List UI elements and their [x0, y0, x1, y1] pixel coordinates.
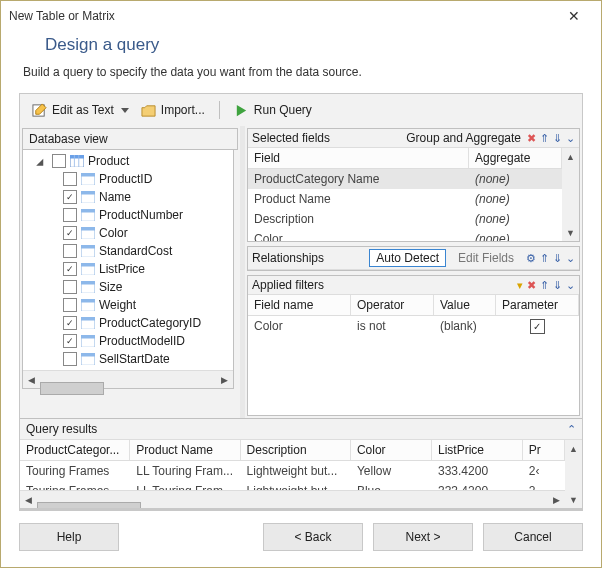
selected-fields-vscroll[interactable]: ▲ ▼ — [562, 148, 579, 241]
selected-field-row[interactable]: Product Name(none) — [248, 189, 562, 209]
field-checkbox[interactable] — [63, 334, 77, 348]
database-tree[interactable]: Product ProductIDNameProductNumberColorS… — [23, 150, 233, 370]
field-checkbox[interactable] — [63, 244, 77, 258]
filters-heading: Applied filters — [252, 278, 324, 292]
field-checkbox[interactable] — [63, 226, 77, 240]
results-row[interactable]: Touring FramesLL Touring Fram...Lightwei… — [20, 461, 565, 481]
cell-parameter[interactable] — [496, 316, 579, 337]
results-col-header[interactable]: ProductCategor... — [20, 440, 130, 460]
field-label: Weight — [99, 298, 136, 312]
column-icon — [81, 209, 95, 221]
tree-field-node[interactable]: Color — [23, 224, 233, 242]
back-button[interactable]: < Back — [263, 523, 363, 551]
svg-rect-26 — [81, 353, 95, 357]
tree-field-node[interactable]: SellStartDate — [23, 350, 233, 368]
filter-remove-icon[interactable]: ✖ — [527, 279, 536, 292]
filter-collapse-icon[interactable]: ⌄ — [566, 279, 575, 292]
svg-rect-24 — [81, 335, 95, 339]
filter-down-icon[interactable]: ⇓ — [553, 279, 562, 292]
move-down-icon[interactable]: ⇓ — [553, 132, 562, 145]
results-col-header[interactable]: Product Name — [130, 440, 240, 460]
filter-up-icon[interactable]: ⇑ — [540, 279, 549, 292]
selected-fields-grid[interactable]: ProductCategory Name(none)Product Name(n… — [248, 169, 562, 241]
field-checkbox[interactable] — [63, 298, 77, 312]
col-parameter[interactable]: Parameter — [496, 295, 579, 315]
results-vscroll[interactable]: ▲ ▼ — [565, 440, 582, 508]
cancel-button[interactable]: Cancel — [483, 523, 583, 551]
col-aggregate[interactable]: Aggregate — [469, 148, 562, 168]
results-col-header[interactable]: ListPrice — [432, 440, 523, 460]
field-checkbox[interactable] — [63, 280, 77, 294]
col-operator[interactable]: Operator — [351, 295, 434, 315]
results-collapse-icon[interactable]: ⌃ — [567, 423, 576, 436]
field-checkbox[interactable] — [63, 208, 77, 222]
scroll-down-icon[interactable]: ▼ — [562, 224, 579, 241]
filters-grid[interactable]: Coloris not(blank) — [248, 316, 579, 337]
col-field-name[interactable]: Field name — [248, 295, 351, 315]
results-hscrollbar[interactable]: ◀ ▶ — [20, 490, 565, 508]
scroll-right-icon[interactable]: ▶ — [548, 491, 565, 508]
column-icon — [81, 245, 95, 257]
field-checkbox[interactable] — [63, 352, 77, 366]
col-value[interactable]: Value — [434, 295, 496, 315]
table-checkbox[interactable] — [52, 154, 66, 168]
vertical-splitter[interactable] — [240, 126, 245, 418]
help-button[interactable]: Help — [19, 523, 119, 551]
svg-rect-10 — [81, 209, 95, 213]
scroll-up-icon[interactable]: ▲ — [565, 440, 582, 457]
field-checkbox[interactable] — [63, 190, 77, 204]
scroll-down-icon[interactable]: ▼ — [565, 491, 582, 508]
import-button[interactable]: Import... — [137, 100, 209, 120]
tree-field-node[interactable]: ProductModelID — [23, 332, 233, 350]
close-icon: ✕ — [568, 8, 580, 24]
tree-field-node[interactable]: ListPrice — [23, 260, 233, 278]
tree-field-node[interactable]: ProductNumber — [23, 206, 233, 224]
query-results-grid[interactable]: Touring FramesLL Touring Fram...Lightwei… — [20, 461, 565, 490]
tree-table-node[interactable]: Product — [23, 152, 233, 170]
rel-config-icon[interactable]: ⚙ — [526, 252, 536, 265]
tree-field-node[interactable]: ProductCategoryID — [23, 314, 233, 332]
tree-field-node[interactable]: Size — [23, 278, 233, 296]
results-col-header[interactable]: Description — [241, 440, 351, 460]
tree-field-node[interactable]: ProductID — [23, 170, 233, 188]
field-checkbox[interactable] — [63, 172, 77, 186]
move-up-icon[interactable]: ⇑ — [540, 132, 549, 145]
selected-field-row[interactable]: Color(none) — [248, 229, 562, 241]
scroll-left-icon[interactable]: ◀ — [23, 371, 40, 388]
remove-field-icon[interactable]: ✖ — [527, 132, 536, 145]
column-icon — [81, 281, 95, 293]
results-col-header[interactable]: Pr — [523, 440, 565, 460]
scroll-right-icon[interactable]: ▶ — [216, 371, 233, 388]
expander-icon[interactable] — [37, 156, 48, 167]
scroll-up-icon[interactable]: ▲ — [562, 148, 579, 165]
rel-expand-icon[interactable]: ⌄ — [566, 252, 575, 265]
filter-icon[interactable]: ▾ — [517, 279, 523, 292]
scroll-left-icon[interactable]: ◀ — [20, 491, 37, 508]
selected-field-row[interactable]: ProductCategory Name(none) — [248, 169, 562, 189]
filters-columns: Field name Operator Value Parameter — [248, 295, 579, 316]
auto-detect-button[interactable]: Auto Detect — [369, 249, 446, 267]
parameter-checkbox[interactable] — [530, 319, 545, 334]
cell-operator: is not — [351, 316, 434, 337]
next-button[interactable]: Next > — [373, 523, 473, 551]
field-checkbox[interactable] — [63, 316, 77, 330]
tree-field-node[interactable]: StandardCost — [23, 242, 233, 260]
col-field[interactable]: Field — [248, 148, 469, 168]
rel-up-icon[interactable]: ⇑ — [540, 252, 549, 265]
edit-as-text-button[interactable]: Edit as Text — [28, 100, 133, 120]
tree-field-node[interactable]: Name — [23, 188, 233, 206]
selected-field-row[interactable]: Description(none) — [248, 209, 562, 229]
results-col-header[interactable]: Color — [351, 440, 432, 460]
run-query-button[interactable]: Run Query — [230, 100, 316, 120]
filter-row[interactable]: Coloris not(blank) — [248, 316, 579, 337]
results-row[interactable]: Touring FramesLL Touring FramLightweight… — [20, 481, 565, 490]
close-button[interactable]: ✕ — [555, 2, 593, 30]
group-aggregate-tab[interactable]: Group and Aggregate — [406, 131, 521, 145]
tree-field-node[interactable]: Weight — [23, 296, 233, 314]
tree-hscrollbar[interactable]: ◀ ▶ — [23, 370, 233, 388]
rel-down-icon[interactable]: ⇓ — [553, 252, 562, 265]
edit-fields-tab[interactable]: Edit Fields — [452, 250, 520, 266]
field-checkbox[interactable] — [63, 262, 77, 276]
collapse-icon[interactable]: ⌄ — [566, 132, 575, 145]
svg-rect-16 — [81, 263, 95, 267]
